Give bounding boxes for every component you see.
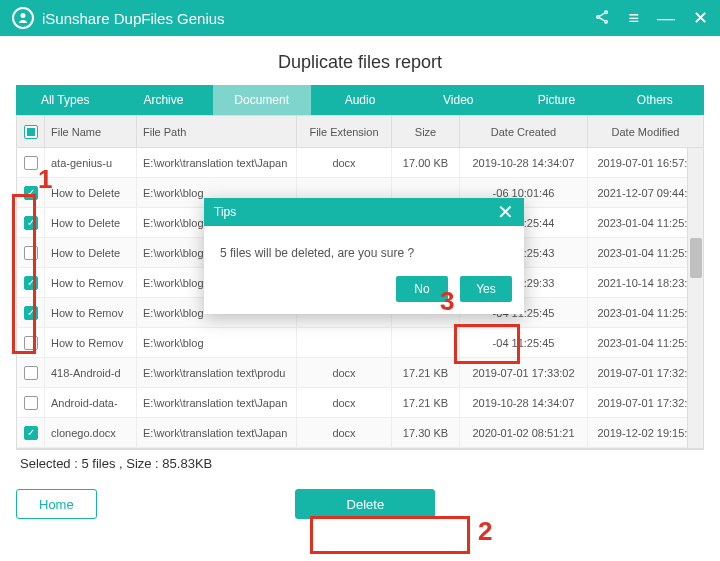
dialog-title: Tips: [214, 205, 236, 219]
cell-filename: How to Delete: [45, 208, 137, 237]
cell-filename: Android-data-: [45, 388, 137, 417]
cell-modified: 2019-07-01 16:57:4: [588, 148, 703, 177]
table-row[interactable]: clonego.docxE:\work\translation text\Jap…: [17, 418, 703, 448]
tab-others[interactable]: Others: [606, 85, 704, 115]
menu-icon[interactable]: ≡: [628, 9, 639, 27]
cell-extension: docx: [297, 418, 392, 447]
cell-size: 17.30 KB: [392, 418, 460, 447]
col-filepath[interactable]: File Path: [137, 116, 297, 147]
cell-size: 17.21 KB: [392, 388, 460, 417]
cell-created: 2020-01-02 08:51:21: [460, 418, 588, 447]
row-checkbox[interactable]: [24, 366, 38, 380]
cell-filepath: E:\work\translation text\Japan: [137, 388, 297, 417]
cell-created: -04 11:25:45: [460, 328, 588, 357]
cell-filename: How to Delete: [45, 238, 137, 267]
close-icon[interactable]: ✕: [693, 9, 708, 27]
cell-size: 17.21 KB: [392, 358, 460, 387]
cell-modified: 2023-01-04 11:25:4: [588, 328, 703, 357]
cell-modified: 2021-12-07 09:44:5: [588, 178, 703, 207]
confirm-dialog: Tips ✕ 5 files will be deleted, are you …: [204, 198, 524, 314]
tab-all-types[interactable]: All Types: [16, 85, 114, 115]
tab-archive[interactable]: Archive: [114, 85, 212, 115]
tab-document[interactable]: Document: [213, 85, 311, 115]
minimize-icon[interactable]: —: [657, 9, 675, 27]
table-row[interactable]: ata-genius-uE:\work\translation text\Jap…: [17, 148, 703, 178]
cell-filename: How to Delete: [45, 178, 137, 207]
row-checkbox[interactable]: [24, 216, 38, 230]
selection-status: Selected : 5 files , Size : 85.83KB: [16, 449, 704, 475]
app-title: iSunshare DupFiles Genius: [42, 10, 225, 27]
svg-point-0: [605, 11, 608, 14]
cell-created: 2019-10-28 14:34:07: [460, 148, 588, 177]
delete-button[interactable]: Delete: [295, 489, 435, 519]
table-row[interactable]: 418-Android-dE:\work\translation text\pr…: [17, 358, 703, 388]
share-icon[interactable]: [594, 9, 610, 28]
scroll-thumb[interactable]: [690, 238, 702, 278]
row-checkbox[interactable]: [24, 396, 38, 410]
app-logo-icon: [12, 7, 34, 29]
page-title: Duplicate files report: [0, 36, 720, 85]
cell-filepath: E:\work\blog: [137, 328, 297, 357]
row-checkbox[interactable]: [24, 336, 38, 350]
table-header: File Name File Path File Extension Size …: [17, 116, 703, 148]
dialog-close-icon[interactable]: ✕: [497, 202, 514, 222]
cell-extension: docx: [297, 358, 392, 387]
col-modified[interactable]: Date Modified: [588, 116, 703, 147]
dialog-titlebar: Tips ✕: [204, 198, 524, 226]
cell-filename: ata-genius-u: [45, 148, 137, 177]
row-checkbox[interactable]: [24, 246, 38, 260]
cell-modified: 2023-01-04 11:25:4: [588, 208, 703, 237]
row-checkbox[interactable]: [24, 426, 38, 440]
row-checkbox[interactable]: [24, 276, 38, 290]
cell-modified: 2023-01-04 11:25:4: [588, 238, 703, 267]
col-size[interactable]: Size: [392, 116, 460, 147]
cell-size: [392, 328, 460, 357]
vertical-scrollbar[interactable]: [687, 148, 703, 448]
tab-picture[interactable]: Picture: [507, 85, 605, 115]
svg-point-2: [605, 20, 608, 23]
cell-filename: How to Remov: [45, 328, 137, 357]
cell-filepath: E:\work\translation text\Japan: [137, 148, 297, 177]
cell-filename: clonego.docx: [45, 418, 137, 447]
cell-extension: [297, 328, 392, 357]
tab-video[interactable]: Video: [409, 85, 507, 115]
cell-modified: 2019-07-01 17:32:5: [588, 358, 703, 387]
row-checkbox[interactable]: [24, 306, 38, 320]
cell-created: 2019-07-01 17:33:02: [460, 358, 588, 387]
row-checkbox[interactable]: [24, 186, 38, 200]
cell-filename: How to Remov: [45, 268, 137, 297]
dialog-yes-button[interactable]: Yes: [460, 276, 512, 302]
filter-tabs: All TypesArchiveDocumentAudioVideoPictur…: [16, 85, 704, 115]
cell-extension: docx: [297, 148, 392, 177]
cell-modified: 2019-12-02 19:15:1: [588, 418, 703, 447]
dialog-no-button[interactable]: No: [396, 276, 448, 302]
cell-filename: 418-Android-d: [45, 358, 137, 387]
col-filename[interactable]: File Name: [45, 116, 137, 147]
cell-filepath: E:\work\translation text\produ: [137, 358, 297, 387]
bottom-bar: Home Delete: [0, 475, 720, 533]
cell-modified: 2023-01-04 11:25:4: [588, 298, 703, 327]
tab-audio[interactable]: Audio: [311, 85, 409, 115]
cell-modified: 2021-10-14 18:23:1: [588, 268, 703, 297]
cell-filename: How to Remov: [45, 298, 137, 327]
table-row[interactable]: Android-data-E:\work\translation text\Ja…: [17, 388, 703, 418]
cell-modified: 2019-07-01 17:32:5: [588, 388, 703, 417]
table-row[interactable]: How to RemovE:\work\blog-04 11:25:452023…: [17, 328, 703, 358]
select-all-checkbox[interactable]: [24, 125, 38, 139]
cell-size: 17.00 KB: [392, 148, 460, 177]
cell-extension: docx: [297, 388, 392, 417]
cell-created: 2019-10-28 14:34:07: [460, 388, 588, 417]
svg-point-1: [597, 15, 600, 18]
titlebar: iSunshare DupFiles Genius ≡ — ✕: [0, 0, 720, 36]
row-checkbox[interactable]: [24, 156, 38, 170]
col-created[interactable]: Date Created: [460, 116, 588, 147]
col-extension[interactable]: File Extension: [297, 116, 392, 147]
cell-filepath: E:\work\translation text\Japan: [137, 418, 297, 447]
home-button[interactable]: Home: [16, 489, 97, 519]
